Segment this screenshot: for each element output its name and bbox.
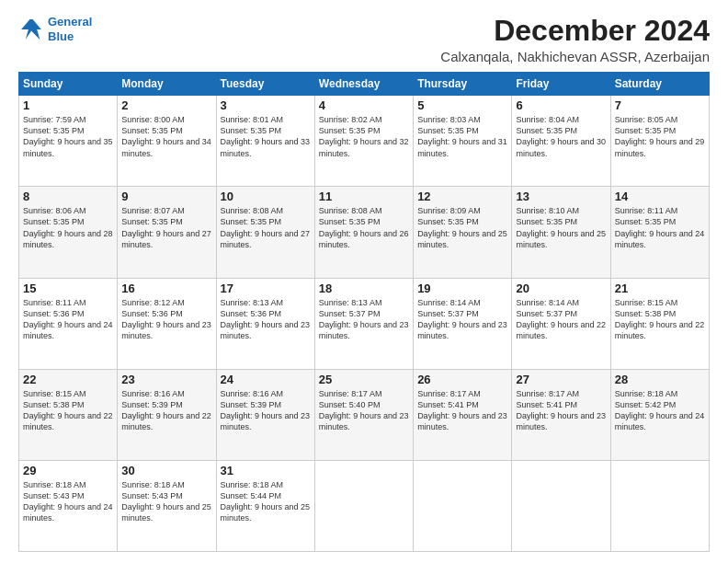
day-number: 23 xyxy=(121,373,211,386)
col-header-wednesday: Wednesday xyxy=(314,73,413,96)
table-row xyxy=(314,460,413,551)
table-row: 5Sunrise: 8:03 AMSunset: 5:35 PMDaylight… xyxy=(414,96,512,187)
table-row: 25Sunrise: 8:17 AMSunset: 5:40 PMDayligh… xyxy=(314,369,413,460)
table-row: 8Sunrise: 8:06 AMSunset: 5:35 PMDaylight… xyxy=(19,187,118,278)
calendar-table: SundayMondayTuesdayWednesdayThursdayFrid… xyxy=(18,72,710,552)
table-row: 4Sunrise: 8:02 AMSunset: 5:35 PMDaylight… xyxy=(314,96,413,187)
table-row: 10Sunrise: 8:08 AMSunset: 5:35 PMDayligh… xyxy=(216,187,314,278)
cell-text: Sunrise: 8:18 AMSunset: 5:43 PMDaylight:… xyxy=(121,480,211,523)
table-row: 31Sunrise: 8:18 AMSunset: 5:44 PMDayligh… xyxy=(216,460,314,551)
main-title: December 2024 xyxy=(440,15,710,47)
cell-text: Sunrise: 8:08 AMSunset: 5:35 PMDaylight:… xyxy=(319,206,409,248)
logo: General Blue xyxy=(18,15,92,43)
cell-text: Sunrise: 8:09 AMSunset: 5:35 PMDaylight:… xyxy=(417,206,507,248)
cell-text: Sunrise: 8:14 AMSunset: 5:37 PMDaylight:… xyxy=(516,298,606,340)
table-row: 27Sunrise: 8:17 AMSunset: 5:41 PMDayligh… xyxy=(512,369,610,460)
table-row: 22Sunrise: 8:15 AMSunset: 5:38 PMDayligh… xyxy=(19,369,118,460)
day-number: 10 xyxy=(221,190,311,203)
table-row: 15Sunrise: 8:11 AMSunset: 5:36 PMDayligh… xyxy=(19,278,118,369)
logo-line1: General xyxy=(48,15,92,29)
logo-text: General Blue xyxy=(48,15,92,43)
table-row: 1Sunrise: 7:59 AMSunset: 5:35 PMDaylight… xyxy=(19,96,118,187)
day-number: 6 xyxy=(516,98,606,112)
cell-text: Sunrise: 8:17 AMSunset: 5:41 PMDaylight:… xyxy=(516,389,606,431)
day-number: 28 xyxy=(615,373,705,386)
table-row: 21Sunrise: 8:15 AMSunset: 5:38 PMDayligh… xyxy=(610,278,709,369)
day-number: 15 xyxy=(23,282,113,295)
day-number: 27 xyxy=(516,373,606,386)
col-header-tuesday: Tuesday xyxy=(216,73,314,96)
day-number: 29 xyxy=(23,464,113,477)
cell-text: Sunrise: 8:12 AMSunset: 5:36 PMDaylight:… xyxy=(121,298,211,340)
cell-text: Sunrise: 8:02 AMSunset: 5:35 PMDaylight:… xyxy=(319,115,409,157)
day-number: 24 xyxy=(221,373,311,386)
day-number: 17 xyxy=(221,282,311,295)
day-number: 16 xyxy=(121,282,211,295)
table-row xyxy=(610,460,709,551)
cell-text: Sunrise: 8:18 AMSunset: 5:43 PMDaylight:… xyxy=(23,480,113,523)
day-number: 8 xyxy=(23,190,113,203)
logo-icon xyxy=(18,17,44,42)
day-number: 31 xyxy=(221,464,311,477)
day-number: 20 xyxy=(516,282,606,295)
cell-text: Sunrise: 8:10 AMSunset: 5:35 PMDaylight:… xyxy=(516,206,606,248)
day-number: 1 xyxy=(23,98,113,112)
table-row: 13Sunrise: 8:10 AMSunset: 5:35 PMDayligh… xyxy=(512,187,610,278)
table-row: 3Sunrise: 8:01 AMSunset: 5:35 PMDaylight… xyxy=(216,96,314,187)
day-number: 7 xyxy=(615,98,705,112)
table-row: 16Sunrise: 8:12 AMSunset: 5:36 PMDayligh… xyxy=(118,278,216,369)
day-number: 14 xyxy=(615,190,705,203)
table-row: 11Sunrise: 8:08 AMSunset: 5:35 PMDayligh… xyxy=(314,187,413,278)
cell-text: Sunrise: 8:03 AMSunset: 5:35 PMDaylight:… xyxy=(417,115,507,157)
table-row xyxy=(414,460,512,551)
day-number: 3 xyxy=(221,98,311,112)
day-number: 18 xyxy=(319,282,409,295)
day-number: 4 xyxy=(319,98,409,112)
subtitle: Calxanqala, Nakhichevan ASSR, Azerbaijan xyxy=(440,49,710,64)
cell-text: Sunrise: 8:07 AMSunset: 5:35 PMDaylight:… xyxy=(121,206,211,248)
table-row: 29Sunrise: 8:18 AMSunset: 5:43 PMDayligh… xyxy=(19,460,118,551)
svg-marker-0 xyxy=(21,19,41,40)
table-row: 14Sunrise: 8:11 AMSunset: 5:35 PMDayligh… xyxy=(610,187,709,278)
table-row: 30Sunrise: 8:18 AMSunset: 5:43 PMDayligh… xyxy=(118,460,216,551)
logo-line2: Blue xyxy=(48,29,74,43)
day-number: 25 xyxy=(319,373,409,386)
day-number: 5 xyxy=(417,98,507,112)
col-header-friday: Friday xyxy=(512,73,610,96)
cell-text: Sunrise: 8:17 AMSunset: 5:41 PMDaylight:… xyxy=(417,389,507,431)
table-row: 28Sunrise: 8:18 AMSunset: 5:42 PMDayligh… xyxy=(610,369,709,460)
day-number: 19 xyxy=(417,282,507,295)
cell-text: Sunrise: 8:18 AMSunset: 5:42 PMDaylight:… xyxy=(615,389,705,431)
cell-text: Sunrise: 8:11 AMSunset: 5:35 PMDaylight:… xyxy=(615,206,705,248)
calendar-week-3: 22Sunrise: 8:15 AMSunset: 5:38 PMDayligh… xyxy=(19,369,710,460)
cell-text: Sunrise: 8:08 AMSunset: 5:35 PMDaylight:… xyxy=(221,206,311,248)
day-number: 2 xyxy=(121,98,211,112)
cell-text: Sunrise: 8:15 AMSunset: 5:38 PMDaylight:… xyxy=(615,298,705,340)
cell-text: Sunrise: 8:15 AMSunset: 5:38 PMDaylight:… xyxy=(23,389,113,431)
day-number: 30 xyxy=(121,464,211,477)
col-header-saturday: Saturday xyxy=(610,73,709,96)
table-row: 9Sunrise: 8:07 AMSunset: 5:35 PMDaylight… xyxy=(118,187,216,278)
table-row: 6Sunrise: 8:04 AMSunset: 5:35 PMDaylight… xyxy=(512,96,610,187)
cell-text: Sunrise: 8:16 AMSunset: 5:39 PMDaylight:… xyxy=(221,389,311,431)
cell-text: Sunrise: 8:05 AMSunset: 5:35 PMDaylight:… xyxy=(615,115,705,157)
table-row: 7Sunrise: 8:05 AMSunset: 5:35 PMDaylight… xyxy=(610,96,709,187)
calendar-week-1: 8Sunrise: 8:06 AMSunset: 5:35 PMDaylight… xyxy=(19,187,710,278)
table-row: 17Sunrise: 8:13 AMSunset: 5:36 PMDayligh… xyxy=(216,278,314,369)
col-header-thursday: Thursday xyxy=(414,73,512,96)
calendar-week-0: 1Sunrise: 7:59 AMSunset: 5:35 PMDaylight… xyxy=(19,96,710,187)
title-area: December 2024 Calxanqala, Nakhichevan AS… xyxy=(440,15,710,64)
day-number: 9 xyxy=(121,190,211,203)
cell-text: Sunrise: 8:13 AMSunset: 5:37 PMDaylight:… xyxy=(319,298,409,340)
table-row xyxy=(512,460,610,551)
day-number: 26 xyxy=(417,373,507,386)
cell-text: Sunrise: 8:04 AMSunset: 5:35 PMDaylight:… xyxy=(516,115,606,157)
header: General Blue December 2024 Calxanqala, N… xyxy=(18,15,710,64)
cell-text: Sunrise: 8:14 AMSunset: 5:37 PMDaylight:… xyxy=(417,298,507,340)
calendar-week-4: 29Sunrise: 8:18 AMSunset: 5:43 PMDayligh… xyxy=(19,460,710,551)
cell-text: Sunrise: 7:59 AMSunset: 5:35 PMDaylight:… xyxy=(23,115,113,157)
day-number: 11 xyxy=(319,190,409,203)
cell-text: Sunrise: 8:11 AMSunset: 5:36 PMDaylight:… xyxy=(23,298,113,340)
day-number: 22 xyxy=(23,373,113,386)
table-row: 23Sunrise: 8:16 AMSunset: 5:39 PMDayligh… xyxy=(118,369,216,460)
